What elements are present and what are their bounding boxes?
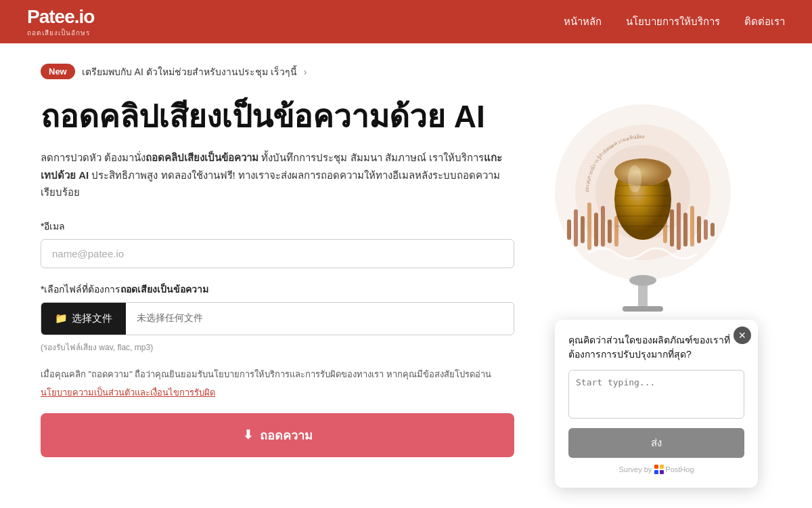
choose-file-icon: 📁 xyxy=(55,312,68,324)
posthog-logo: PostHog xyxy=(654,465,694,474)
description: ลดการปวดหัว ต้องมานั่งถอดคลิปเสียงเป็นข้… xyxy=(41,149,514,201)
svg-rect-16 xyxy=(690,206,694,247)
choose-file-label: 选择文件 xyxy=(72,312,112,325)
main-heading: ถอดคลิปเสียงเป็นข้อความด้วย AI xyxy=(41,98,514,135)
chat-question: คุณคิดว่าส่วนใดของผลิตภัณฑ์ของเราที่ต้อง… xyxy=(568,333,744,362)
email-input[interactable] xyxy=(41,239,514,268)
svg-rect-17 xyxy=(697,216,701,243)
choose-file-button[interactable]: 📁 选择文件 xyxy=(41,303,126,335)
nav-links: หน้าหลัก นโยบายการให้บริการ ติดต่อเรา xyxy=(564,14,785,30)
file-label-bold: ถอดเสียงเป็นข้อความ xyxy=(120,284,208,295)
svg-rect-9 xyxy=(601,206,605,247)
desc-text-2: ทั้งบันทึกการประชุม สัมมนา สัมภาษณ์ เราใ… xyxy=(258,152,484,163)
announcement-bar: New เตรียมพบกับ AI ตัวใหม่ช่วยสำหรับงานป… xyxy=(41,64,514,79)
announce-text: เตรียมพบกับ AI ตัวใหม่ช่วยสำหรับงานประชุ… xyxy=(82,64,297,79)
svg-rect-31 xyxy=(654,465,658,469)
file-section-label: *เลือกไฟล์ที่ต้องการถอดเสียงเป็นข้อความ xyxy=(41,282,514,297)
file-name-display: 未选择任何文件 xyxy=(126,304,514,333)
chat-footer: Survey by PostHog xyxy=(568,465,744,474)
svg-rect-34 xyxy=(660,470,664,474)
nav-contact[interactable]: ติดต่อเรา xyxy=(744,14,785,30)
svg-point-30 xyxy=(629,275,656,286)
file-hint: (รองรับไฟล์เสียง wav, flac, mp3) xyxy=(41,341,514,354)
svg-point-23 xyxy=(614,158,671,186)
svg-rect-6 xyxy=(581,216,585,243)
svg-rect-33 xyxy=(654,470,658,474)
submit-button[interactable]: ⬇ ถอดความ xyxy=(41,413,514,457)
chat-close-button[interactable]: ✕ xyxy=(734,326,751,344)
svg-rect-5 xyxy=(574,209,578,247)
svg-rect-10 xyxy=(608,219,612,243)
svg-rect-14 xyxy=(677,203,681,250)
svg-point-29 xyxy=(628,165,641,192)
file-input-row: 📁 选择文件 未选择任何文件 xyxy=(41,302,514,335)
transcription-form: *อีเมล *เลือกไฟล์ที่ต้องการถอดเสียงเป็นข… xyxy=(41,219,514,457)
email-label: *อีเมล xyxy=(41,219,514,234)
policy-link[interactable]: นโยบายความเป็นส่วนตัวและเงื่อนไขการรับผิ… xyxy=(41,385,215,400)
desc-text-1: ลดการปวดหัว ต้องมานั่ง xyxy=(41,152,145,163)
announce-arrow: › xyxy=(304,66,307,77)
nav-policy[interactable]: นโยบายการให้บริการ xyxy=(626,14,720,30)
right-column: ประสบการณ์การรู้กำลังถอดความคลิปเสียง xyxy=(541,64,744,508)
mic-illustration: ประสบการณ์การรู้กำลังถอดความคลิปเสียง xyxy=(548,64,738,348)
svg-rect-18 xyxy=(704,219,708,240)
nav-home[interactable]: หน้าหลัก xyxy=(564,14,602,30)
file-label-pre: *เลือกไฟล์ที่ต้องการ xyxy=(41,284,120,295)
navbar: Patee.io ถอดเสียงเป็นอักษร หน้าหลัก นโยบ… xyxy=(0,0,812,43)
svg-rect-15 xyxy=(683,213,687,247)
consent-text: เมื่อคุณคลิก "ถอดความ" ถือว่าคุณยินยอมรั… xyxy=(41,367,514,381)
posthog-text: PostHog xyxy=(665,465,694,473)
submit-icon: ⬇ xyxy=(243,427,253,442)
svg-rect-13 xyxy=(670,209,674,247)
desc-text-3: ประสิทธิภาพสูง ทดลองใช้งานฟรี! ทางเราจะส… xyxy=(41,169,500,198)
new-badge: New xyxy=(41,64,75,79)
logo-sub: ถอดเสียงเป็นอักษร xyxy=(27,28,94,38)
chat-widget: ✕ คุณคิดว่าส่วนใดของผลิตภัณฑ์ของเราที่ต้… xyxy=(555,320,758,488)
svg-rect-21 xyxy=(623,306,663,312)
chat-textarea[interactable] xyxy=(568,370,744,419)
submit-label: ถอดความ xyxy=(260,425,313,445)
svg-rect-8 xyxy=(594,213,598,247)
logo: Patee.io ถอดเสียงเป็นอักษร xyxy=(27,6,94,38)
chat-send-button[interactable]: ส่ง xyxy=(568,428,744,458)
logo-text: Patee.io xyxy=(27,6,94,28)
svg-rect-4 xyxy=(567,219,571,240)
svg-rect-19 xyxy=(710,223,715,236)
chat-footer-text: Survey by xyxy=(618,465,652,473)
svg-rect-32 xyxy=(660,465,664,469)
svg-rect-11 xyxy=(614,216,618,247)
svg-rect-7 xyxy=(587,203,591,250)
left-column: New เตรียมพบกับ AI ตัวใหม่ช่วยสำหรับงานป… xyxy=(41,64,514,508)
desc-bold-1: ถอดคลิปเสียงเป็นข้อความ xyxy=(145,152,258,163)
